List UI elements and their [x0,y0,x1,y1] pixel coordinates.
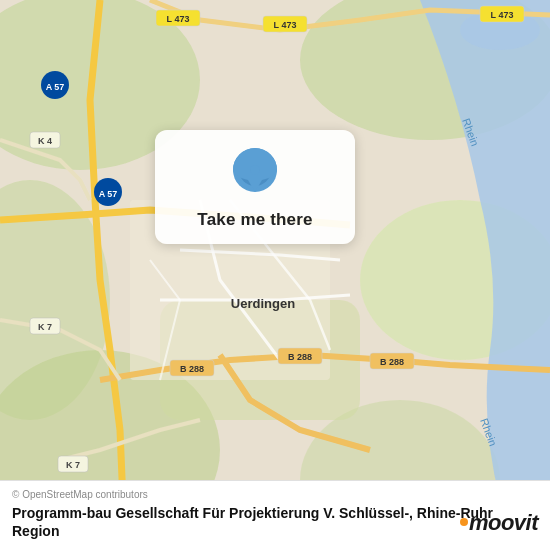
svg-text:K 7: K 7 [66,460,80,470]
svg-text:B 288: B 288 [288,352,312,362]
svg-text:Uerdingen: Uerdingen [231,296,295,311]
moovit-logo: moovit [460,510,538,536]
svg-text:B 288: B 288 [180,364,204,374]
svg-text:L 473: L 473 [274,20,297,30]
tooltip-label: Take me there [197,210,312,230]
moovit-dot-icon [460,518,468,526]
map-background: Rhein Rhein A 57 A 57 L 473 [0,0,550,550]
tooltip-popup[interactable]: Take me there [155,130,355,244]
svg-point-39 [250,165,260,175]
svg-text:L 473: L 473 [491,10,514,20]
svg-text:A 57: A 57 [46,82,65,92]
svg-text:L 473: L 473 [167,14,190,24]
svg-text:B 288: B 288 [380,357,404,367]
svg-text:K 7: K 7 [38,322,52,332]
location-pin-icon [233,148,277,200]
moovit-brand-text: moovit [469,510,538,536]
map-container: Rhein Rhein A 57 A 57 L 473 [0,0,550,550]
map-attribution: © OpenStreetMap contributors [12,489,538,500]
svg-text:K 4: K 4 [38,136,52,146]
svg-text:A 57: A 57 [99,189,118,199]
